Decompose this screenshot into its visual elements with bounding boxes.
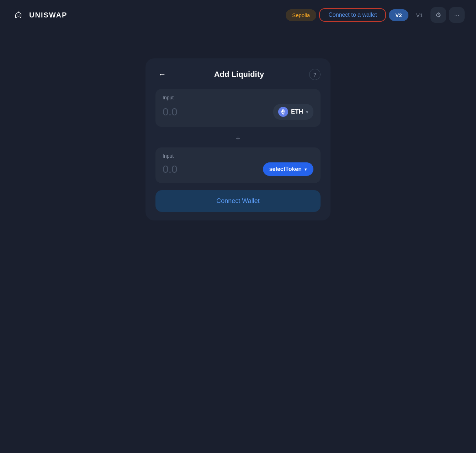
input2-section: Input 0.0 selectToken ▾	[155, 147, 321, 183]
header-nav: Sepolia Connect to a wallet V2 V1 ⚙ ···	[286, 7, 465, 23]
input1-value[interactable]: 0.0	[163, 106, 178, 118]
main-content: ← Add Liquidity ? Input 0.0	[0, 30, 476, 453]
network-button[interactable]: Sepolia	[286, 9, 316, 21]
uniswap-logo-icon	[11, 8, 26, 22]
input1-row: 0.0 ETH ▾	[163, 104, 313, 120]
eth-chevron-icon: ▾	[306, 109, 308, 115]
select-token-chevron-icon: ▾	[305, 167, 307, 172]
input2-row: 0.0 selectToken ▾	[163, 162, 313, 176]
svg-point-0	[11, 8, 26, 22]
settings-icon: ⚙	[435, 11, 441, 19]
settings-button[interactable]: ⚙	[430, 7, 446, 23]
help-button[interactable]: ?	[309, 69, 321, 80]
eth-icon	[278, 107, 288, 117]
input1-label: Input	[163, 95, 313, 100]
header: UNISWAP Sepolia Connect to a wallet V2 V…	[0, 0, 476, 30]
help-icon: ?	[313, 72, 316, 78]
back-button[interactable]: ←	[155, 68, 169, 80]
logo-text: UNISWAP	[29, 11, 67, 19]
add-liquidity-card: ← Add Liquidity ? Input 0.0	[146, 58, 330, 220]
v2-button[interactable]: V2	[389, 9, 408, 21]
input2-value[interactable]: 0.0	[163, 163, 178, 175]
input2-label: Input	[163, 153, 313, 159]
connect-wallet-header-button[interactable]: Connect to a wallet	[319, 8, 386, 22]
svg-point-1	[17, 15, 17, 16]
svg-point-2	[20, 15, 20, 16]
card-title: Add Liquidity	[214, 70, 264, 79]
eth-token-name: ETH	[291, 108, 303, 115]
logo-area: UNISWAP	[11, 8, 67, 22]
select-token-button[interactable]: selectToken ▾	[263, 162, 313, 176]
plus-divider: +	[155, 130, 321, 147]
card-header: ← Add Liquidity ?	[155, 68, 321, 80]
connect-wallet-card-button[interactable]: Connect Wallet	[155, 190, 321, 212]
more-icon: ···	[454, 11, 459, 19]
eth-token-selector[interactable]: ETH ▾	[273, 104, 313, 120]
input1-section: Input 0.0 ETH ▾	[155, 89, 321, 127]
more-options-button[interactable]: ···	[449, 7, 465, 23]
select-token-label: selectToken	[269, 166, 302, 172]
back-arrow-icon: ←	[158, 70, 166, 79]
v1-button[interactable]: V1	[411, 9, 428, 21]
